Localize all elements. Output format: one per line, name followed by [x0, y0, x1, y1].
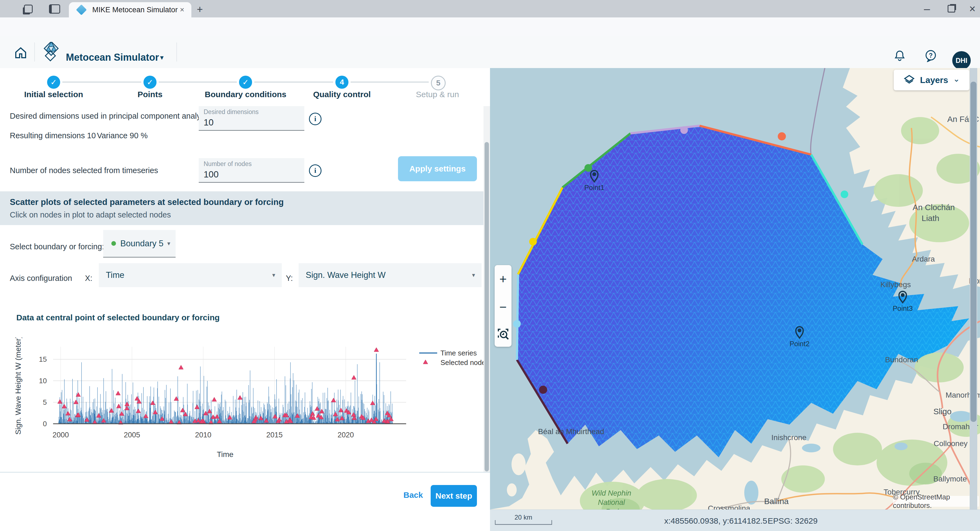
step-circle-5[interactable]: 5 — [431, 76, 445, 91]
svg-text:Selected nodes: Selected nodes — [441, 358, 489, 367]
tab-title: MIKE Metocean Simulator — [92, 6, 180, 14]
x-axis-dropdown[interactable]: Time ▾ — [99, 263, 282, 287]
stepper: ✓Initial selection✓Points✓Boundary condi… — [0, 68, 490, 106]
boundary-vertex-green[interactable] — [584, 164, 592, 172]
svg-text:Time series: Time series — [441, 349, 477, 357]
layers-icon — [903, 74, 915, 86]
scatter-section-subtitle: Click on nodes in plot to adapt selected… — [10, 210, 484, 219]
svg-text:Time: Time — [217, 450, 233, 459]
cursor-coordinates: x:485560.0938, y:6114182.5 — [664, 516, 767, 526]
y-axis-dropdown[interactable]: Sign. Wave Height W ▾ — [299, 263, 482, 287]
window-minimize-icon[interactable]: – — [917, 0, 937, 17]
scale-bar — [495, 520, 552, 526]
layers-chevron-icon: ⌄ — [953, 74, 960, 84]
boundary-vertex-yellow[interactable] — [529, 238, 537, 245]
layers-button-label: Layers — [920, 75, 948, 85]
window-restore-icon[interactable] — [942, 0, 961, 17]
scatter-section-title: Scatter plots of selected parameters at … — [10, 197, 484, 207]
svg-text:?: ? — [929, 52, 932, 59]
desired-dimensions-input[interactable]: Desired dimensions 10 — [199, 106, 304, 130]
svg-text:2005: 2005 — [124, 431, 140, 439]
number-of-nodes-label: Number of nodes selected from timeseries — [10, 166, 158, 175]
svg-text:2010: 2010 — [195, 431, 211, 439]
boundary-vertex-maroon[interactable] — [539, 386, 547, 394]
panel-scrollbar-thumb[interactable] — [485, 142, 489, 471]
stepper-connector — [351, 82, 429, 83]
app-home-icon[interactable] — [14, 47, 27, 59]
desired-dimensions-label: Desired dimensions used in principal com… — [10, 111, 210, 121]
boundary-select-dropdown[interactable]: Boundary 5 ▾ — [103, 230, 176, 258]
scatter-section-header: Scatter plots of selected parameters at … — [0, 191, 484, 225]
step-circle-3[interactable]: ✓ — [239, 76, 252, 89]
step-circle-1[interactable]: ✓ — [47, 76, 60, 89]
boundary-select-label: Select boundary or forcing: — [10, 242, 104, 251]
map-viewport[interactable]: Point1Point2Point3 An Fál CAn ClochánLia… — [490, 68, 980, 509]
map-attribution: © OpenStreetMap contributors. — [893, 496, 979, 507]
map-pin-label: Point2 — [789, 340, 810, 348]
number-of-nodes-field-label: Number of nodes — [204, 160, 304, 168]
back-button[interactable]: Back — [403, 490, 423, 500]
tab-favicon — [76, 4, 87, 15]
timeseries-chart[interactable]: 05101520002005201020152020Sign. Wave Hei… — [0, 337, 490, 466]
workspaces-icon[interactable] — [22, 4, 34, 14]
stepper-connector — [62, 82, 141, 83]
boundary-vertex-cyan[interactable] — [841, 191, 848, 198]
desired-dimensions-info-icon[interactable]: i — [309, 113, 321, 125]
apply-settings-button[interactable]: Apply settings — [398, 156, 477, 181]
new-tab-icon[interactable]: + — [194, 3, 206, 15]
svg-text:0: 0 — [43, 420, 47, 428]
tab-actions-icon[interactable] — [48, 4, 60, 14]
app-title-caret-icon[interactable]: ▾ — [160, 53, 164, 62]
y-axis-value: Sign. Wave Height W — [306, 270, 385, 280]
step-label-5: Setup & run — [377, 90, 497, 99]
map-scrollbar-thumb[interactable] — [970, 82, 977, 422]
svg-text:2015: 2015 — [266, 431, 283, 439]
stepper-connector — [254, 82, 333, 83]
map-scrollbar-track[interactable] — [970, 68, 977, 509]
boundary-color-dot — [111, 241, 116, 246]
y-axis-label: Y: — [286, 274, 293, 283]
step-circle-2[interactable]: ✓ — [143, 76, 156, 89]
map-pin-label: Point3 — [892, 304, 913, 312]
svg-text:2000: 2000 — [52, 431, 69, 439]
step-circle-4[interactable]: 4 — [336, 76, 348, 89]
boundary-vertex-orange[interactable] — [778, 132, 786, 140]
boundary-edge-lightblue[interactable] — [517, 274, 518, 360]
y-axis-caret-icon: ▾ — [472, 272, 475, 279]
x-axis-label: X: — [85, 274, 92, 283]
app-title: Metocean Simulator — [66, 52, 159, 63]
boundary-vertex-lightblue[interactable] — [513, 320, 521, 328]
help-icon[interactable]: ? — [924, 49, 937, 62]
notifications-bell-icon[interactable] — [893, 49, 906, 62]
tab-close-icon[interactable]: × — [180, 5, 184, 14]
screen: MIKE Metocean Simulator × + – × ← ↻ ⌂ ht… — [0, 0, 980, 531]
svg-text:15: 15 — [39, 355, 47, 363]
stepper-connector — [159, 82, 237, 83]
browser-tab[interactable]: MIKE Metocean Simulator × — [69, 2, 191, 17]
map-pin-label: Point1 — [584, 183, 605, 192]
zoom-extent-button[interactable] — [497, 328, 509, 340]
boundary-select-value: Boundary 5 — [120, 239, 164, 248]
browser-address-bar: ← ↻ ⌂ https://metoceansimulator.mike-clo… — [0, 17, 980, 36]
panel-scrollbar-track[interactable] — [484, 106, 490, 472]
header-divider-2 — [177, 43, 177, 62]
boundary-vertex-lavender[interactable] — [680, 126, 688, 134]
window-close-icon[interactable]: × — [965, 0, 980, 17]
map-canvas[interactable]: Point1Point2Point3 — [490, 68, 980, 509]
number-of-nodes-info-icon[interactable]: i — [309, 164, 321, 177]
epsg-code: EPSG: 32629 — [768, 516, 818, 526]
wizard-panel: ✓Initial selection✓Points✓Boundary condi… — [0, 68, 490, 531]
next-step-button[interactable]: Next step — [431, 485, 477, 507]
variance-text: Variance 90 % — [97, 131, 148, 140]
resulting-dimensions-text: Resulting dimensions 10 — [10, 131, 96, 140]
zoom-out-button[interactable]: − — [500, 300, 507, 314]
app-header: Metocean Simulator ▾ ? DHI — [0, 36, 980, 68]
layers-button[interactable]: Layers ⌄ — [894, 70, 969, 91]
x-axis-value: Time — [106, 270, 124, 280]
app-logo — [41, 42, 62, 63]
user-avatar[interactable]: DHI — [952, 51, 971, 70]
number-of-nodes-input[interactable]: Number of nodes 100 — [199, 158, 304, 183]
axis-configuration-label: Axis configuration — [10, 274, 72, 283]
zoom-in-button[interactable]: + — [500, 272, 507, 286]
browser-tab-bar: MIKE Metocean Simulator × + – × — [0, 0, 980, 17]
